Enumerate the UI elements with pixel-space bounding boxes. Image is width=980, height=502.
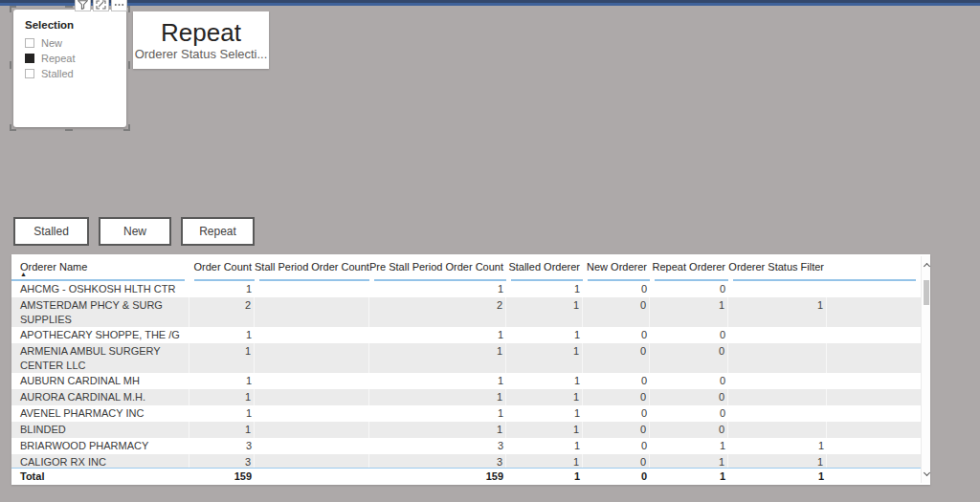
resize-handle[interactable] <box>10 6 16 12</box>
table-row[interactable]: BRIARWOOD PHARMACY331011 <box>11 438 921 454</box>
value-cell: 1 <box>506 454 583 468</box>
checkbox-icon[interactable] <box>25 69 34 78</box>
filter-button-new[interactable]: New <box>99 217 171 246</box>
filter-button-repeat[interactable]: Repeat <box>181 217 255 246</box>
column-header[interactable]: Pre Stall Period Order Count <box>369 254 506 281</box>
value-cell: 1 <box>728 438 827 454</box>
spacer <box>827 254 921 281</box>
total-value-cell: 1 <box>728 469 827 485</box>
scrollbar-thumb[interactable] <box>924 280 929 305</box>
value-cell: 0 <box>650 373 728 389</box>
value-cell <box>728 389 827 405</box>
resize-handle[interactable] <box>65 6 73 8</box>
value-cell: 0 <box>650 389 728 405</box>
filter-button-stalled[interactable]: Stalled <box>13 217 89 246</box>
value-cell: 1 <box>189 373 255 389</box>
checkbox-icon[interactable] <box>25 38 34 48</box>
scroll-up-icon[interactable] <box>923 263 929 270</box>
column-header[interactable]: Stall Period Order Count <box>255 254 369 281</box>
value-cell: 0 <box>583 343 650 373</box>
filter-icon[interactable] <box>75 0 91 11</box>
value-cell: 1 <box>506 373 583 389</box>
table-row[interactable]: AMSTERDAM PHCY & SURG SUPPLIES221011 <box>11 297 921 327</box>
value-cell: 0 <box>583 297 650 327</box>
orderer-table: Orderer Name▲Order CountStall Period Ord… <box>11 254 930 485</box>
value-cell: 0 <box>583 438 650 454</box>
value-cell <box>728 422 827 438</box>
value-cell <box>728 343 827 373</box>
resize-handle[interactable] <box>65 129 73 131</box>
value-cell: 0 <box>583 405 650 422</box>
app-top-bar <box>0 0 980 6</box>
checkbox-icon[interactable] <box>25 54 34 63</box>
value-cell: 0 <box>583 373 650 389</box>
value-cell: 3 <box>189 438 255 454</box>
orderer-name-cell: APOTHECARY SHOPPE, THE /G <box>11 327 189 343</box>
resize-handle[interactable] <box>128 61 130 69</box>
value-cell <box>255 454 369 468</box>
value-cell: 3 <box>369 438 506 454</box>
card-caption: Orderer Status Selecti... <box>135 47 268 61</box>
value-cell: 1 <box>369 389 506 405</box>
table-body: AHCMG - OSHKOSH HLTH CTR11100AMSTERDAM P… <box>11 281 921 468</box>
spacer <box>827 422 921 438</box>
value-cell: 1 <box>728 297 827 327</box>
value-cell: 1 <box>506 281 583 297</box>
table-row[interactable]: ARMENIA AMBUL SURGERY CENTER LLC11100 <box>11 343 921 373</box>
table-scrollbar[interactable] <box>921 256 930 483</box>
slicer-option-repeat[interactable]: Repeat <box>25 51 126 65</box>
value-cell: 1 <box>369 373 506 389</box>
value-cell: 1 <box>189 281 255 297</box>
column-header[interactable]: New Orderer <box>583 254 650 281</box>
column-header[interactable]: Orderer Status Filter <box>728 254 827 281</box>
resize-handle[interactable] <box>123 124 130 131</box>
value-cell: 1 <box>506 297 583 327</box>
spacer <box>827 454 921 468</box>
value-cell: 0 <box>650 422 728 438</box>
focus-mode-icon[interactable] <box>93 0 109 11</box>
slicer-option-stalled[interactable]: Stalled <box>25 66 126 80</box>
column-header[interactable]: Repeat Orderer <box>650 254 728 281</box>
table-row[interactable]: AVENEL PHARMACY INC11100 <box>11 405 921 422</box>
table-row[interactable]: AHCMG - OSHKOSH HLTH CTR11100 <box>11 281 921 297</box>
value-cell <box>728 373 827 389</box>
resize-handle[interactable] <box>10 61 11 69</box>
scroll-down-icon[interactable] <box>923 469 929 476</box>
value-cell: 1 <box>189 422 255 438</box>
resize-handle[interactable] <box>10 124 16 131</box>
table-row[interactable]: AURORA CARDINAL M.H.11100 <box>11 389 921 405</box>
table-row[interactable]: BLINDED11100 <box>11 422 921 438</box>
orderer-name-cell: AURORA CARDINAL M.H. <box>11 389 189 405</box>
value-cell <box>255 405 369 422</box>
table-header-row: Orderer Name▲Order CountStall Period Ord… <box>11 254 921 281</box>
table-total-row: Total1591591011 <box>11 469 921 485</box>
column-header[interactable]: Orderer Name▲ <box>11 254 189 281</box>
slicer-option-new[interactable]: New <box>25 35 126 50</box>
value-cell: 1 <box>506 438 583 454</box>
value-cell: 0 <box>583 327 650 343</box>
value-cell: 3 <box>189 454 255 468</box>
value-cell: 1 <box>369 422 506 438</box>
value-cell: 1 <box>506 405 583 422</box>
column-header[interactable]: Order Count <box>189 254 255 281</box>
total-label-cell: Total <box>11 469 189 485</box>
report-canvas: Selection NewRepeatStalled Repeat Ordere… <box>0 0 980 502</box>
orderer-name-cell: BRIARWOOD PHARMACY <box>11 438 189 454</box>
more-options-icon[interactable] <box>111 0 127 11</box>
card-visual[interactable]: Repeat Orderer Status Selecti... <box>133 11 269 69</box>
value-cell <box>255 327 369 343</box>
table-row[interactable]: CALIGOR RX INC331011 <box>11 454 921 468</box>
slicer-options: NewRepeatStalled <box>25 35 126 80</box>
slicer-option-label: Repeat <box>41 53 75 64</box>
value-cell <box>728 327 827 343</box>
value-cell: 0 <box>650 343 728 373</box>
total-value-cell: 0 <box>583 469 650 485</box>
total-value-cell: 1 <box>506 469 583 485</box>
spacer <box>827 297 921 327</box>
column-header[interactable]: Stalled Orderer <box>506 254 583 281</box>
table-row[interactable]: AUBURN CARDINAL MH11100 <box>11 373 921 389</box>
value-cell: 1 <box>728 454 827 468</box>
value-cell: 1 <box>369 281 506 297</box>
table-row[interactable]: APOTHECARY SHOPPE, THE /G11100 <box>11 327 921 343</box>
slicer-title: Selection <box>25 19 126 31</box>
